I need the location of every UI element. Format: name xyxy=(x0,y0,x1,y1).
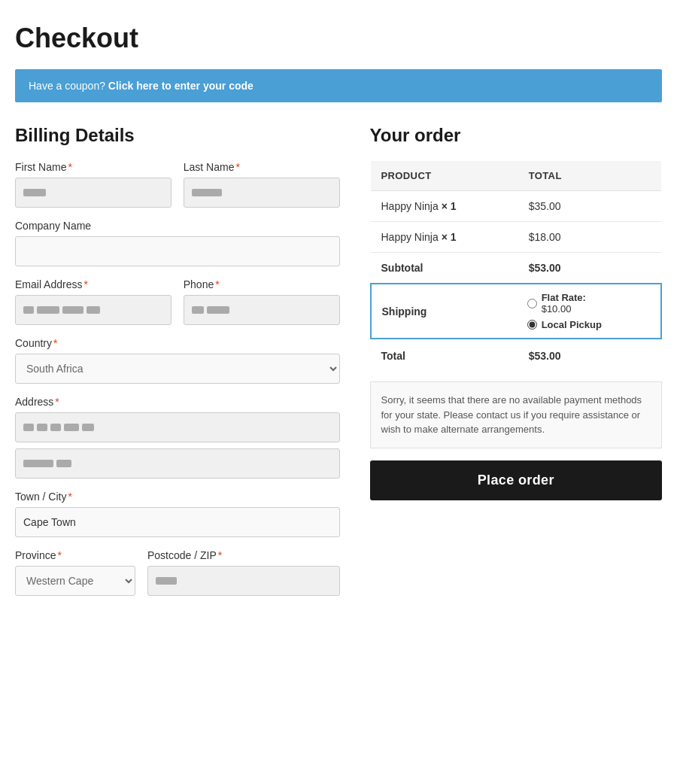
town-input[interactable] xyxy=(15,507,340,537)
col-total: TOTAL xyxy=(518,161,661,191)
phone-group: Phone* xyxy=(184,278,340,325)
shipping-options-cell: Flat Rate: $10.00 Local Pickup xyxy=(518,284,661,339)
name-row: First Name* Last Name* xyxy=(15,161,340,208)
last-name-group: Last Name* xyxy=(184,161,340,208)
main-layout: Billing Details First Name* Last Name* xyxy=(15,125,662,608)
country-group: Country* South Africa xyxy=(15,337,340,384)
col-product: PRODUCT xyxy=(371,161,518,191)
phone-label: Phone* xyxy=(184,278,340,290)
flat-rate-radio[interactable] xyxy=(527,299,537,308)
address-line2-input[interactable] xyxy=(15,448,340,479)
coupon-text: Have a coupon? xyxy=(29,80,105,92)
address-group: Address* xyxy=(15,396,340,479)
company-name-group: Company Name xyxy=(15,220,340,266)
shipping-row: Shipping Flat Rate: $10.00 xyxy=(371,284,662,339)
total-row: Total $53.00 xyxy=(371,339,662,371)
order-title: Your order xyxy=(370,125,663,146)
postcode-group: Postcode / ZIP* xyxy=(147,549,340,596)
no-payment-notice: Sorry, it seems that there are no availa… xyxy=(370,381,663,448)
email-label: Email Address* xyxy=(15,278,172,290)
postcode-label: Postcode / ZIP* xyxy=(147,549,340,561)
address-line1-input[interactable] xyxy=(15,412,340,442)
local-pickup-label: Local Pickup xyxy=(542,319,602,330)
shipping-options: Flat Rate: $10.00 Local Pickup xyxy=(527,292,651,330)
province-label: Province* xyxy=(15,549,135,561)
last-name-input[interactable] xyxy=(184,178,340,208)
flat-rate-option: Flat Rate: $10.00 xyxy=(527,292,651,315)
local-pickup-option: Local Pickup xyxy=(527,319,651,330)
subtotal-row: Subtotal $53.00 xyxy=(371,253,662,284)
first-name-input[interactable] xyxy=(15,178,172,208)
table-row: Happy Ninja × 1 $18.00 xyxy=(371,222,662,253)
town-group: Town / City* xyxy=(15,491,340,537)
company-name-input[interactable] xyxy=(15,236,340,266)
address-label: Address* xyxy=(15,396,340,408)
email-input[interactable] xyxy=(15,295,172,325)
first-name-label: First Name* xyxy=(15,161,172,173)
company-name-label: Company Name xyxy=(15,220,340,232)
coupon-link[interactable]: Click here to enter your code xyxy=(108,80,253,92)
first-name-group: First Name* xyxy=(15,161,172,208)
town-label: Town / City* xyxy=(15,491,340,503)
country-select[interactable]: South Africa xyxy=(15,354,340,384)
email-group: Email Address* xyxy=(15,278,172,325)
contact-row: Email Address* Phone* xyxy=(15,278,340,325)
shipping-label: Shipping xyxy=(371,284,518,339)
country-label: Country* xyxy=(15,337,340,349)
last-name-label: Last Name* xyxy=(184,161,340,173)
phone-input[interactable] xyxy=(184,295,340,325)
total-value: $53.00 xyxy=(518,339,661,371)
order-table: PRODUCT TOTAL Happy Ninja × 1 $35.00 Hap… xyxy=(370,161,663,371)
local-pickup-radio[interactable] xyxy=(527,320,537,330)
product-name-2: Happy Ninja × 1 xyxy=(371,222,518,253)
page-title: Checkout xyxy=(15,23,662,54)
subtotal-label: Subtotal xyxy=(371,253,518,284)
billing-section: Billing Details First Name* Last Name* xyxy=(15,125,340,608)
province-group: Province* Western Cape xyxy=(15,549,135,596)
product-name-1: Happy Ninja × 1 xyxy=(371,191,518,222)
total-label: Total xyxy=(371,339,518,371)
flat-rate-label: Flat Rate: $10.00 xyxy=(542,292,586,315)
billing-title: Billing Details xyxy=(15,125,340,146)
coupon-banner: Have a coupon? Click here to enter your … xyxy=(15,69,662,102)
place-order-button[interactable]: Place order xyxy=(370,460,663,500)
postcode-input[interactable] xyxy=(147,566,340,596)
subtotal-value: $53.00 xyxy=(518,253,661,284)
order-section: Your order PRODUCT TOTAL Happy Ninja × 1… xyxy=(370,125,663,500)
province-postcode-row: Province* Western Cape Postcode / ZIP* xyxy=(15,549,340,608)
product-price-1: $35.00 xyxy=(518,191,661,222)
table-row: Happy Ninja × 1 $35.00 xyxy=(371,191,662,222)
province-select[interactable]: Western Cape xyxy=(15,566,135,596)
product-price-2: $18.00 xyxy=(518,222,661,253)
